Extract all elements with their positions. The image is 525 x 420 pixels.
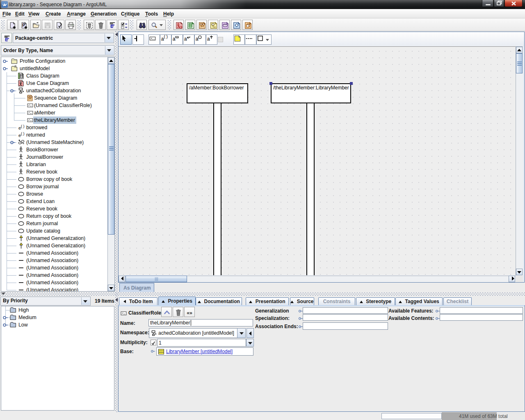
- svg-text:P: P: [23, 23, 25, 27]
- svg-text:a: a: [184, 36, 187, 42]
- svg-text:a: a: [207, 36, 210, 42]
- svg-text:«»: «»: [187, 310, 192, 316]
- svg-text:a: a: [173, 36, 176, 42]
- svg-text:a: a: [196, 36, 199, 42]
- svg-text:( ): ( ): [164, 35, 168, 39]
